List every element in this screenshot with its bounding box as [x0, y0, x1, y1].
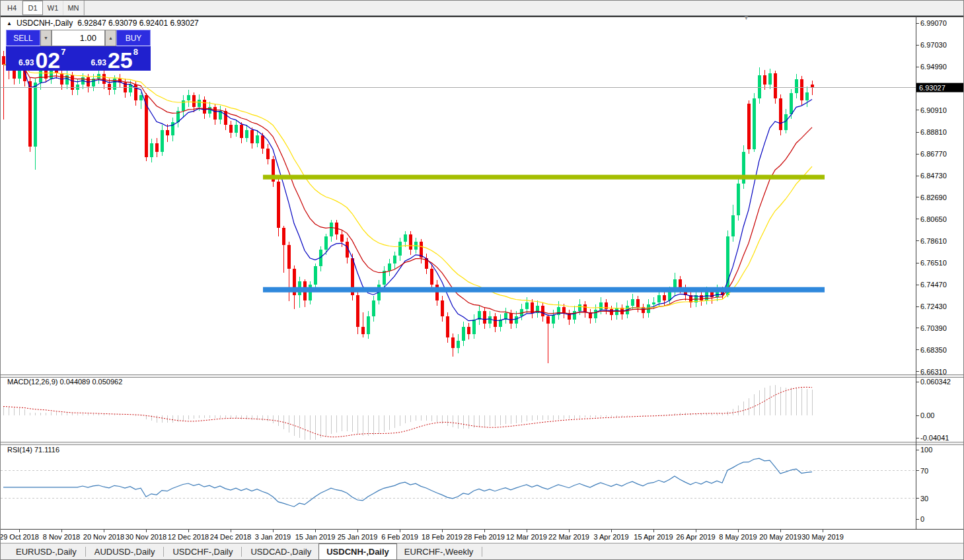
timeframe-toolbar: H4 D1 W1 MN — [1, 1, 963, 16]
svg-text:20 Nov 2018: 20 Nov 2018 — [83, 533, 124, 541]
sell-price-display[interactable]: 6.93 02 7 — [6, 46, 79, 71]
buy-price-pips: 25 — [108, 52, 133, 69]
svg-text:6.74470: 6.74470 — [920, 281, 947, 289]
svg-text:6.68350: 6.68350 — [920, 346, 947, 354]
tab-eurusd-daily[interactable]: EURUSD-,Daily — [9, 543, 84, 559]
one-click-trading-panel: SELL ▼ ▲ BUY 6.93 02 7 6.93 25 8 — [6, 30, 151, 71]
svg-text:3 Jan 2019: 3 Jan 2019 — [255, 533, 291, 541]
svg-text:100: 100 — [920, 446, 932, 454]
svg-text:6.70390: 6.70390 — [920, 324, 947, 332]
svg-text:0: 0 — [920, 515, 924, 523]
svg-text:30 Nov 2018: 30 Nov 2018 — [126, 533, 167, 541]
svg-text:24 Dec 2018: 24 Dec 2018 — [210, 533, 251, 541]
tab-separator — [163, 547, 164, 557]
tab-separator — [241, 547, 242, 557]
macd-indicator-label: MACD(12,26,9) 0.044089 0.050962 — [7, 378, 122, 386]
svg-text:6.82690: 6.82690 — [920, 193, 947, 201]
spinner-down-icon: ▼ — [44, 36, 48, 40]
buy-price-display[interactable]: 6.93 25 8 — [79, 46, 151, 71]
svg-text:20 May 2019: 20 May 2019 — [759, 533, 801, 541]
tab-audusd-daily[interactable]: AUDUSD-,Daily — [87, 543, 163, 559]
svg-text:18 Feb 2019: 18 Feb 2019 — [422, 533, 463, 541]
svg-text:6 Feb 2019: 6 Feb 2019 — [381, 533, 418, 541]
sell-price-point: 7 — [61, 47, 65, 57]
svg-text:29 Oct 2018: 29 Oct 2018 — [1, 533, 39, 541]
svg-text:8 Nov 2018: 8 Nov 2018 — [43, 533, 80, 541]
sell-price-pips: 02 — [35, 52, 60, 69]
tab-usdcad-daily[interactable]: USDCAD-,Daily — [243, 543, 318, 559]
tab-usdchf-daily[interactable]: USDCHF-,Daily — [165, 543, 240, 559]
volume-input[interactable] — [52, 30, 105, 46]
svg-text:0.060342: 0.060342 — [920, 378, 951, 386]
svg-text:26 Apr 2019: 26 Apr 2019 — [676, 533, 715, 541]
svg-text:6.80650: 6.80650 — [920, 215, 947, 223]
trading-terminal-window: 6.990706.970306.949906.909106.888106.867… — [0, 0, 964, 560]
spinner-up-icon: ▲ — [108, 36, 113, 40]
svg-text:12 Mar 2019: 12 Mar 2019 — [506, 533, 547, 541]
panel-collapse-icon[interactable]: ▼ — [743, 15, 749, 21]
svg-text:22 Mar 2019: 22 Mar 2019 — [548, 533, 589, 541]
sell-price-base: 6.93 — [19, 59, 34, 69]
svg-text:30 May 2019: 30 May 2019 — [801, 533, 844, 541]
svg-text:6.88810: 6.88810 — [920, 128, 947, 136]
svg-text:15 Apr 2019: 15 Apr 2019 — [634, 533, 673, 541]
tab-separator — [85, 547, 86, 557]
svg-text:6.78610: 6.78610 — [920, 237, 947, 245]
svg-text:6.72430: 6.72430 — [920, 302, 947, 310]
tab-usdcnh-daily[interactable]: USDCNH-,Daily — [318, 543, 397, 559]
symbol-collapse-icon[interactable]: ▲ — [7, 20, 12, 26]
svg-text:28 Feb 2019: 28 Feb 2019 — [464, 533, 505, 541]
tab-eurchf-weekly[interactable]: EURCHF-,Weekly — [397, 543, 481, 559]
tab-separator — [482, 547, 482, 557]
svg-text:8 May 2019: 8 May 2019 — [719, 533, 757, 541]
svg-text:6.66310: 6.66310 — [920, 368, 947, 376]
svg-text:6.76510: 6.76510 — [920, 259, 947, 267]
svg-text:6.90910: 6.90910 — [920, 106, 947, 114]
sell-button[interactable]: SELL — [6, 30, 40, 46]
timeframe-button-mn[interactable]: MN — [63, 1, 84, 15]
timeframe-button-d1[interactable]: D1 — [22, 1, 43, 15]
svg-text:6.86770: 6.86770 — [920, 150, 947, 158]
svg-text:70: 70 — [920, 467, 928, 475]
chart-tab-bar: EURUSD-,Daily AUDUSD-,Daily USDCHF-,Dail… — [1, 543, 963, 559]
buy-price-base: 6.93 — [91, 59, 106, 69]
buy-price-point: 8 — [133, 47, 138, 57]
timeframe-button-w1[interactable]: W1 — [43, 1, 63, 15]
svg-text:25 Jan 2019: 25 Jan 2019 — [338, 533, 378, 541]
toolbar-separator — [84, 1, 85, 15]
rsi-indicator-label: RSI(14) 71.1116 — [7, 446, 59, 454]
svg-text:6.94990: 6.94990 — [920, 63, 947, 71]
svg-text:30: 30 — [920, 495, 928, 503]
svg-text:12 Dec 2018: 12 Dec 2018 — [168, 533, 209, 541]
timeframe-button-h4[interactable]: H4 — [2, 1, 22, 15]
svg-text:0.00: 0.00 — [920, 411, 934, 419]
chart-ohlc-quote: 6.92847 6.93079 6.92401 6.93027 — [77, 18, 199, 28]
volume-increase-button[interactable]: ▲ — [105, 30, 116, 46]
svg-text:6.84730: 6.84730 — [920, 172, 947, 180]
svg-text:6.97030: 6.97030 — [920, 41, 947, 49]
svg-text:3 Apr 2019: 3 Apr 2019 — [593, 533, 628, 541]
svg-text:15 Jan 2019: 15 Jan 2019 — [295, 533, 336, 541]
svg-text:-0.04041: -0.04041 — [920, 434, 949, 442]
chart-header: ▲ USDCNH-,Daily 6.92847 6.93079 6.92401 … — [7, 18, 199, 28]
buy-button[interactable]: BUY — [116, 30, 151, 46]
volume-decrease-button[interactable]: ▼ — [40, 30, 52, 46]
svg-text:6.93027: 6.93027 — [919, 84, 945, 92]
svg-text:6.99070: 6.99070 — [920, 19, 947, 27]
chart-symbol-title: USDCNH-,Daily — [17, 18, 73, 28]
chart-canvas[interactable]: 6.990706.970306.949906.909106.888106.867… — [1, 1, 964, 560]
